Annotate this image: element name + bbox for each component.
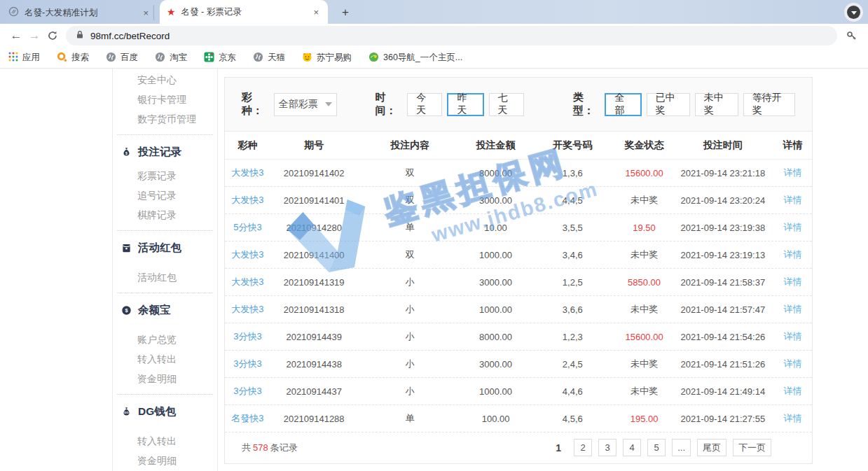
- lottery-name-link[interactable]: 大发快3: [225, 194, 270, 206]
- detail-link[interactable]: 详情: [773, 385, 812, 398]
- bookmark-search[interactable]: 搜索: [57, 52, 89, 64]
- tab-strip: 名發-大发精准计划 × ★ 名發 - 彩票记录 × +: [0, 0, 868, 24]
- bet-amount: 100.00: [462, 414, 529, 424]
- sidebar-item-account-overview[interactable]: 账户总览: [113, 330, 217, 349]
- record-count: 共578条记录: [242, 442, 298, 454]
- detail-link[interactable]: 详情: [773, 358, 812, 370]
- back-button[interactable]: ←: [7, 27, 25, 45]
- column-header: 开奖号码: [529, 139, 616, 152]
- lottery-name-link[interactable]: 名發快3: [225, 412, 270, 425]
- sidebar-section-redpacket[interactable]: 活动红包: [113, 237, 217, 259]
- sidebar-item-transfer[interactable]: 转入转出: [113, 349, 217, 369]
- detail-link[interactable]: 详情: [773, 221, 812, 234]
- bookmark-tmall[interactable]: 天猫: [253, 52, 285, 64]
- bet-amount: 1000.00: [462, 304, 529, 315]
- detail-link[interactable]: 详情: [773, 194, 812, 206]
- detail-link[interactable]: 详情: [773, 303, 812, 316]
- detail-link[interactable]: 详情: [773, 248, 812, 261]
- draw-numbers: 1,2,5: [529, 277, 616, 288]
- type-all-button[interactable]: 全部: [605, 93, 641, 116]
- last-page-button[interactable]: 尾页: [697, 439, 726, 456]
- bookmark-apps[interactable]: 应用: [8, 52, 40, 64]
- bookmark-baidu[interactable]: 百度: [106, 52, 138, 64]
- draw-numbers: 4,4,5: [529, 195, 616, 206]
- column-header: 奖金状态: [616, 139, 673, 152]
- detail-link[interactable]: 详情: [773, 412, 812, 425]
- sidebar-item-chase-record[interactable]: 追号记录: [113, 185, 217, 205]
- time-filter-label: 时间：: [376, 91, 403, 118]
- sidebar-item-transfer[interactable]: 转入转出: [113, 431, 217, 451]
- prize-status: 15600.00: [616, 168, 673, 178]
- next-page-button[interactable]: 下一页: [733, 439, 771, 456]
- type-waiting-button[interactable]: 等待开奖: [743, 93, 795, 116]
- table-row: 5分快3 20210914280 单 10.00 3,5,5 19.50 202…: [225, 214, 812, 241]
- lottery-name-link[interactable]: 3分快3: [225, 358, 270, 370]
- media-control-icon[interactable]: [844, 3, 863, 22]
- bookmark-label: 应用: [22, 52, 40, 64]
- bookmark-jd[interactable]: 京东: [204, 52, 236, 64]
- page-2-button[interactable]: 2: [574, 439, 592, 456]
- refresh-button[interactable]: [43, 27, 62, 45]
- bookmark-taobao[interactable]: 淘宝: [155, 52, 187, 64]
- prize-status: 未中奖: [616, 385, 673, 398]
- column-header: 彩种: [225, 139, 270, 152]
- page-ellipsis-button[interactable]: ...: [672, 439, 691, 456]
- sidebar-section-yuebao[interactable]: $ 余额宝: [113, 299, 217, 321]
- page-5-button[interactable]: 5: [647, 439, 666, 456]
- bookmark-label: 淘宝: [170, 52, 187, 64]
- sidebar-section-label: 投注记录: [138, 145, 181, 160]
- sidebar-item-fund-detail[interactable]: 资金明细: [113, 451, 217, 470]
- sidebar-item-redpacket[interactable]: 活动红包: [113, 267, 217, 287]
- lottery-filter-label: 彩种：: [242, 91, 269, 118]
- sidebar-item-fund-detail[interactable]: 资金明细: [113, 369, 217, 388]
- dropdown-value: 全部彩票: [279, 98, 318, 111]
- lottery-name-link[interactable]: 3分快3: [225, 330, 270, 343]
- tab-bet-record[interactable]: ★ 名發 - 彩票记录 ×: [160, 0, 328, 24]
- forward-button[interactable]: →: [25, 27, 43, 45]
- browser-toolbar: ← → 98mf.cc/betRecord: [0, 24, 868, 48]
- close-tab-icon[interactable]: ×: [141, 8, 151, 18]
- tab-title: 名發-大发精准计划: [25, 7, 135, 19]
- sidebar-item-digital-currency[interactable]: 数字货币管理: [113, 109, 217, 129]
- lottery-type-dropdown[interactable]: 全部彩票: [274, 93, 337, 116]
- detail-link[interactable]: 详情: [773, 276, 812, 288]
- page-3-button[interactable]: 3: [598, 439, 616, 456]
- close-tab-icon[interactable]: ×: [311, 7, 321, 17]
- new-tab-button[interactable]: +: [338, 5, 353, 20]
- bookmarks-bar: 应用 搜索 百度 淘宝 京东: [0, 48, 868, 69]
- lottery-name-link[interactable]: 大发快3: [225, 276, 270, 288]
- password-key-icon[interactable]: [843, 27, 861, 45]
- prize-status: 未中奖: [616, 194, 673, 206]
- draw-numbers: 3,4,6: [529, 250, 616, 260]
- time-today-button[interactable]: 今天: [407, 93, 442, 116]
- lottery-name-link[interactable]: 大发快3: [225, 303, 270, 316]
- type-lost-button[interactable]: 未中奖: [695, 93, 738, 116]
- time-seven-days-button[interactable]: 七天: [489, 93, 524, 116]
- type-won-button[interactable]: 已中奖: [647, 93, 690, 116]
- prize-status: 15600.00: [616, 332, 673, 342]
- sidebar-item-security-center[interactable]: 安全中心: [113, 70, 217, 90]
- detail-link[interactable]: 详情: [773, 330, 812, 343]
- lottery-name-link[interactable]: 大发快3: [225, 167, 270, 179]
- lottery-name-link[interactable]: 3分快3: [225, 385, 270, 398]
- bet-time: 2021-09-14 23:20:24: [672, 195, 773, 206]
- detail-link[interactable]: 详情: [773, 167, 812, 179]
- prize-status: 未中奖: [616, 248, 673, 261]
- apps-grid-icon: [8, 52, 18, 64]
- bookmark-suning[interactable]: 苏宁易购: [302, 52, 352, 64]
- sidebar-item-board-record[interactable]: 棋牌记录: [113, 205, 217, 225]
- lottery-name-link[interactable]: 5分快3: [225, 221, 270, 234]
- sidebar-item-lottery-record[interactable]: 彩票记录: [113, 166, 217, 185]
- bookmark-360nav[interactable]: 360导航_一个主页...: [368, 52, 462, 64]
- url-text: 98mf.cc/betRecord: [90, 31, 170, 41]
- tab-plan[interactable]: 名發-大发精准计划 ×: [6, 5, 154, 20]
- lottery-name-link[interactable]: 大发快3: [225, 248, 270, 261]
- table-row: 3分快3 20210914437 小 1000.00 4,4,6 未中奖 202…: [225, 378, 812, 405]
- time-yesterday-button[interactable]: 昨天: [447, 93, 483, 116]
- address-bar[interactable]: 98mf.cc/betRecord: [66, 26, 837, 45]
- sidebar-section-bet-record[interactable]: $ 投注记录: [113, 141, 217, 163]
- sidebar-item-bank-card[interactable]: 银行卡管理: [113, 90, 217, 109]
- page-4-button[interactable]: 4: [623, 439, 641, 456]
- prize-status: 未中奖: [616, 358, 673, 370]
- sidebar-section-dg-wallet[interactable]: DG DG钱包: [113, 400, 217, 423]
